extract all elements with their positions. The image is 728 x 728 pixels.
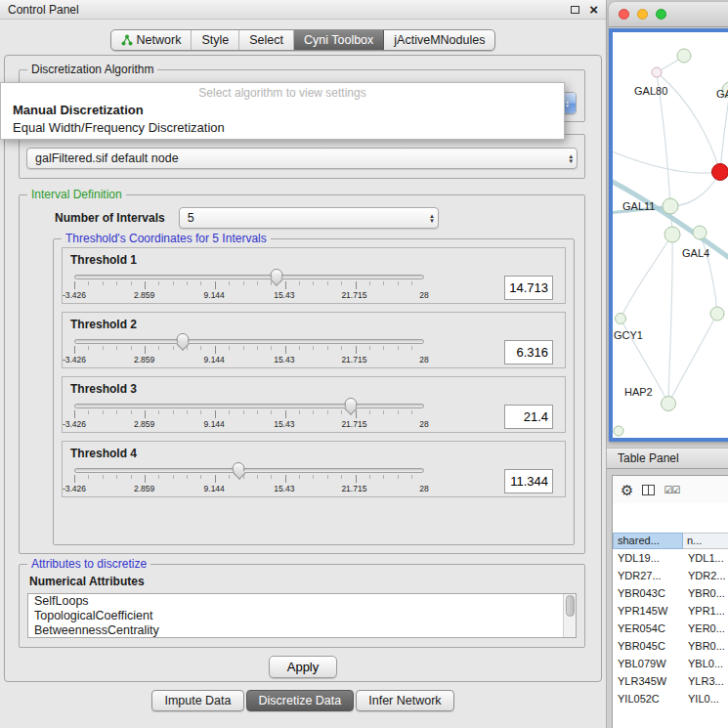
minimize-traffic-light[interactable] [637,9,648,20]
gear-icon[interactable]: ⚙ [621,483,633,497]
threshold-value-input[interactable] [504,340,553,364]
network-node[interactable] [614,426,623,436]
scrollbar-thumb[interactable] [566,595,575,617]
window-titlebar[interactable] [609,2,728,27]
slider-thumb[interactable] [270,269,282,281]
table-cell[interactable]: YDR27... [613,570,683,581]
table-panel: ⚙ ☑☑ shared... n... YDL19...YDL1... YDR2… [612,475,728,728]
table-cell[interactable]: YDL19... [613,552,683,564]
network-node[interactable] [693,226,707,239]
float-icon[interactable] [571,6,579,14]
table-cell[interactable]: YER0... [683,622,728,634]
list-item[interactable]: TopologicalCoefficient [28,609,576,623]
close-icon[interactable]: × [589,4,598,16]
tab-select[interactable]: Select [239,30,294,50]
select-columns-icon[interactable]: ☑☑ [664,485,679,495]
combo-value: galFiltered.sif default node [35,151,565,165]
network-node-selected[interactable] [712,164,728,181]
table-cell[interactable]: YIL052C [613,693,683,705]
popup-item-manual-discretization[interactable]: Manual Discretization [1,102,564,119]
scale-label: 15.43 [274,419,294,429]
tab-style[interactable]: Style [192,30,239,50]
close-traffic-light[interactable] [619,9,629,20]
network-edge-thick [613,179,728,262]
table-data-combobox[interactable]: galFiltered.sif default node ▴▾ [26,148,578,169]
list-item[interactable]: SelfLoops [28,594,576,609]
table-panel-header: Table Panel [607,448,728,469]
content-frame: Discretization Algorithm ▴▾ Table Data g… [4,55,602,682]
group-title: Discretization Algorithm [27,63,157,76]
table-cell[interactable]: YBR0... [683,587,728,599]
list-item[interactable]: BetweennessCentrality [28,623,576,638]
columns-icon[interactable] [642,485,655,495]
slider-track[interactable] [74,468,424,473]
network-node[interactable] [652,67,662,77]
node-label: GAL11 [622,200,655,212]
popup-item-equal-width-frequency[interactable]: Equal Width/Frequency Discretization [1,119,564,137]
table-cell[interactable]: YDL1... [683,552,728,564]
network-node[interactable] [662,397,676,411]
network-node[interactable] [677,49,691,63]
table-row[interactable]: YPR145WYPR1... [613,602,728,620]
number-of-intervals-combobox[interactable]: 5 ▴▾ [179,207,439,229]
slider-thumb[interactable] [233,462,245,475]
threshold-slider[interactable]: -3.426 2.859 9.144 15.43 21.715 28 [74,397,424,430]
scale-label: -3.426 [63,419,86,429]
table-row[interactable]: YDL19...YDL1... [613,549,728,567]
table-cell[interactable]: YBR043C [613,587,683,599]
table-cell[interactable]: YLR345W [613,675,683,687]
tab-cyni-toolbox[interactable]: Cyni Toolbox [294,30,384,50]
table-row[interactable]: YER054CYER0... [613,620,728,637]
table-row[interactable]: YBR045CYBR0... [613,637,728,655]
threshold-slider[interactable]: -3.426 2.859 9.144 15.43 21.715 28 [74,332,424,365]
threshold-value-input[interactable] [504,469,553,493]
slider-track[interactable] [74,404,424,408]
column-header-name[interactable]: n... [683,533,728,549]
bottom-tab-infer-network[interactable]: Infer Network [356,690,453,711]
list-scrollbar[interactable] [563,594,576,637]
network-canvas[interactable]: GAL80 GA GAL11 GAL4 GCY1 HAP2 [609,28,728,442]
network-node[interactable] [663,198,678,214]
table-cell[interactable]: YDR2... [683,570,728,581]
table-cell[interactable]: YPR1... [683,605,728,617]
threshold-block: Threshold 3 -3.426 2.859 9.144 15.43 [62,376,566,433]
slider-ruler [74,281,424,289]
slider-track[interactable] [74,275,424,279]
tab-network[interactable]: Network [111,30,193,50]
threshold-value-input[interactable] [504,405,553,429]
attributes-listbox[interactable]: SelfLoops TopologicalCoefficient Between… [27,593,577,638]
table-cell[interactable]: YBL0... [683,658,728,669]
threshold-value-input[interactable] [504,276,553,300]
table-row[interactable]: YBR043CYBR0... [613,584,728,602]
bottom-tab-discretize-data[interactable]: Discretize Data [246,690,355,711]
table-row[interactable]: YIL052CYIL0... [613,690,728,707]
zoom-traffic-light[interactable] [656,9,666,20]
network-node[interactable] [616,314,626,324]
table-cell[interactable]: YLR3... [683,675,728,687]
threshold-slider[interactable]: -3.426 2.859 9.144 15.43 21.715 28 [74,461,424,494]
slider-thumb[interactable] [344,398,357,410]
table-cell[interactable]: YBR045C [613,640,683,652]
threshold-slider[interactable]: -3.426 2.859 9.144 15.43 21.715 28 [74,268,424,301]
table-row[interactable]: YBL079WYBL0... [613,655,728,672]
scale-label: 2.859 [134,355,154,364]
slider-track[interactable] [74,339,424,344]
network-node[interactable] [710,307,724,321]
table-panel-title: Table Panel [618,451,679,465]
scale-label: 9.144 [204,419,225,429]
algorithm-popup: Select algorithm to view settings Manual… [0,82,565,140]
table-cell[interactable]: YBL079W [613,658,683,669]
table-cell[interactable]: YIL0... [683,693,728,705]
slider-thumb[interactable] [176,333,189,346]
table-cell[interactable]: YPR145W [613,605,683,617]
tab-label: Style [201,33,229,47]
column-header-shared-name[interactable]: shared... [613,533,683,549]
table-cell[interactable]: YER054C [613,622,683,634]
bottom-tab-impute-data[interactable]: Impute Data [151,690,243,711]
network-node[interactable] [664,227,680,242]
apply-button[interactable]: Apply [269,656,338,678]
table-row[interactable]: YLR345WYLR3... [613,672,728,690]
tab-jactivemnodules[interactable]: jActiveMNodules [384,30,494,50]
table-row[interactable]: YDR27...YDR2... [613,567,728,584]
table-cell[interactable]: YBR0... [683,640,728,652]
